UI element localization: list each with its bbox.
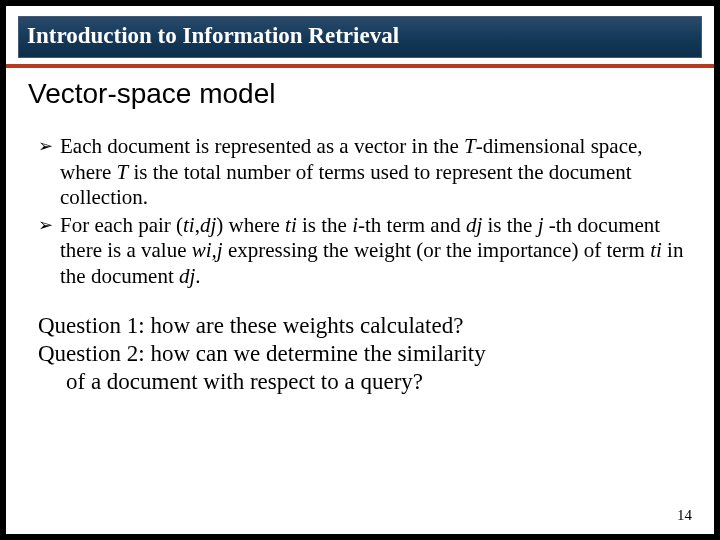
bullet-text: Each document is represented as a vector… xyxy=(60,134,684,211)
slide-title: Vector-space model xyxy=(6,68,714,110)
text-run: is the total number of terms used to rep… xyxy=(60,160,632,210)
text-run: Each document is represented as a vector… xyxy=(60,134,464,158)
text-run: is the xyxy=(482,213,537,237)
questions-block: Question 1: how are these weights calcul… xyxy=(6,292,714,396)
bullet-item: ➢ For each pair (ti,dj) where ti is the … xyxy=(38,213,684,290)
slide: Introduction to Information Retrieval Ve… xyxy=(6,6,714,534)
text-run: For each pair ( xyxy=(60,213,183,237)
italic-run: ti xyxy=(650,238,662,262)
italic-run: dj xyxy=(200,213,216,237)
italic-run: wi,j xyxy=(192,238,223,262)
bullet-item: ➢ Each document is represented as a vect… xyxy=(38,134,684,211)
text-run: -th term and xyxy=(358,213,466,237)
header-band: Introduction to Information Retrieval xyxy=(18,16,702,58)
text-run: ) where xyxy=(216,213,285,237)
bullet-arrow-icon: ➢ xyxy=(38,213,60,290)
italic-run: dj xyxy=(466,213,482,237)
bullet-arrow-icon: ➢ xyxy=(38,134,60,211)
italic-run: dj xyxy=(179,264,195,288)
italic-run: T xyxy=(117,160,129,184)
text-run: Question 2: how can we determine the sim… xyxy=(38,341,486,366)
text-run: expressing the weight (or the importance… xyxy=(223,238,650,262)
question-2: Question 2: how can we determine the sim… xyxy=(38,340,684,396)
italic-run: ti xyxy=(183,213,195,237)
page-number: 14 xyxy=(677,507,692,524)
text-run: of a document with respect to a query? xyxy=(38,368,684,396)
text-run: . xyxy=(195,264,200,288)
italic-run: T xyxy=(464,134,476,158)
question-1: Question 1: how are these weights calcul… xyxy=(38,312,684,340)
italic-run: ti xyxy=(285,213,297,237)
bullet-text: For each pair (ti,dj) where ti is the i-… xyxy=(60,213,684,290)
header-title: Introduction to Information Retrieval xyxy=(27,23,399,48)
text-run: is the xyxy=(297,213,352,237)
slide-content: ➢ Each document is represented as a vect… xyxy=(6,110,714,290)
